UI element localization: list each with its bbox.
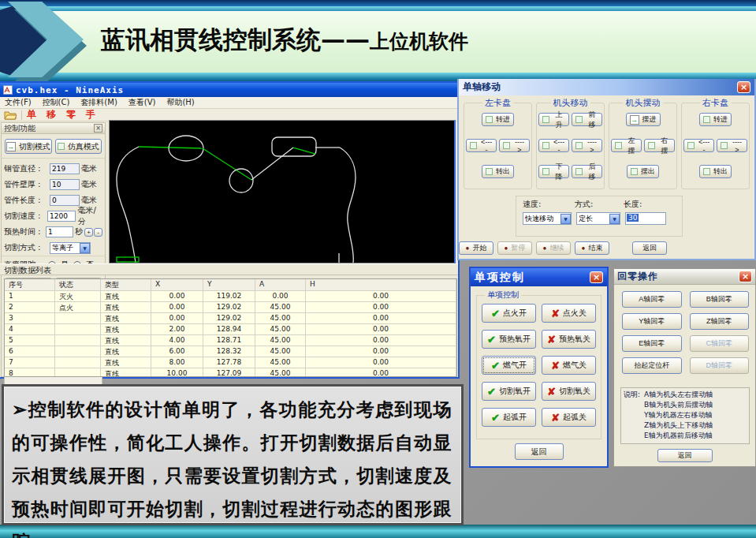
toolbar-mode-button[interactable]: 单: [27, 108, 36, 121]
axis-move-button[interactable]: → 上升: [538, 113, 569, 126]
switch-on-button[interactable]: ✔ 起弧开: [482, 408, 536, 427]
axis-move-button[interactable]: → ---->: [499, 139, 530, 152]
toolbar-mode-button[interactable]: 手: [86, 108, 95, 121]
axis-action-button[interactable]: ● 结束: [575, 241, 609, 255]
switch-on-button[interactable]: ✔ 燃气开: [482, 356, 536, 375]
single-control-titlebar[interactable]: 单项控制 ×: [471, 268, 607, 286]
field-input[interactable]: 219: [50, 163, 80, 174]
axis-move-button[interactable]: → 转出: [482, 165, 514, 178]
axis-action-button[interactable]: ● 暂停: [497, 241, 532, 255]
axis-action-button[interactable]: ● 继续: [536, 241, 571, 255]
table-row[interactable]: 8 直线 10.00 127.09 45.00 0.00: [5, 368, 456, 377]
switch-on-button[interactable]: ✔ 预热氧开: [482, 330, 536, 349]
cell-y: 127.09: [203, 368, 255, 377]
switch-off-button[interactable]: ✘ 起弧关: [542, 408, 596, 427]
switch-off-button[interactable]: ✘ 预热氧关: [542, 330, 596, 349]
open-file-icon[interactable]: [4, 110, 17, 120]
switch-off-button[interactable]: ✘ 切割氧关: [542, 382, 596, 401]
menu-item[interactable]: 查看(V): [128, 97, 156, 108]
cell-x: 0.00: [151, 302, 203, 313]
cell-y: 127.78: [203, 357, 255, 368]
axis-move-button[interactable]: → 下降: [538, 165, 569, 178]
length-input[interactable]: 30: [625, 212, 666, 225]
chevron-down-icon[interactable]: ▼: [80, 243, 90, 253]
field-input[interactable]: 10: [50, 179, 80, 190]
switch-off-button[interactable]: ✘ 点火关: [542, 304, 596, 323]
table-row[interactable]: 5 直线 4.00 128.71 45.00 0.00: [5, 335, 456, 346]
table-row[interactable]: 7 直线 8.00 127.78 45.00 0.00: [5, 357, 456, 368]
cell-a: 45.00: [255, 313, 306, 324]
axis-move-button[interactable]: → 摆进: [626, 113, 661, 126]
chevron-down-icon[interactable]: ▼: [609, 214, 620, 224]
field-input[interactable]: 1200: [47, 211, 76, 222]
axis-action-button[interactable]: ● 开始: [459, 241, 493, 255]
cell-a: 45.00: [255, 357, 306, 368]
cut-mode-button[interactable]: → 切割模式: [5, 139, 52, 154]
return-button[interactable]: 返回: [515, 443, 564, 460]
toolbar-mode-button[interactable]: 零: [66, 108, 76, 121]
zero-axis-button[interactable]: B轴回零: [690, 291, 750, 308]
table-row[interactable]: 3 直线 0.00 129.02 45.00 0.00: [5, 313, 456, 324]
axis-move-button[interactable]: → 转进: [699, 113, 732, 126]
axis-move-button[interactable]: → 转出: [699, 165, 732, 178]
return-button[interactable]: 返回: [632, 241, 667, 255]
zero-axis-button[interactable]: A轴回零: [622, 291, 682, 308]
panel-close-icon[interactable]: ×: [94, 124, 102, 133]
zero-axis-button[interactable]: 抬起定位杆: [622, 357, 682, 374]
zero-axis-button[interactable]: C轴回零: [690, 335, 750, 352]
button-row: → 转出: [466, 165, 530, 178]
main-window-titlebar[interactable]: cvb.hex - NineAxis: [0, 83, 458, 97]
menu-item[interactable]: 控制(C): [43, 97, 70, 108]
cross-icon: ✘: [551, 412, 560, 424]
check-icon: ✔: [491, 412, 500, 424]
close-icon[interactable]: ×: [739, 271, 752, 282]
zero-axis-button[interactable]: Z轴回零: [690, 313, 750, 330]
close-icon[interactable]: ×: [590, 271, 603, 283]
zero-axis-button[interactable]: E轴回零: [622, 335, 682, 352]
switch-on-button[interactable]: ✔ 切割氧开: [482, 382, 536, 401]
axis-move-button-label: 左摆: [625, 136, 638, 156]
switch-on-button[interactable]: ✔ 点火开: [482, 304, 536, 323]
close-icon[interactable]: ×: [737, 81, 750, 93]
axis-move-button[interactable]: → 左摆: [611, 139, 642, 152]
table-row[interactable]: 4 直线 2.00 128.94 45.00 0.00: [5, 324, 456, 335]
mode-select[interactable]: 定长 ▼: [576, 212, 620, 225]
cut-data-table[interactable]: 序号 状态 类型 X Y A H 1: [4, 278, 457, 377]
chevron-down-icon[interactable]: ▼: [560, 214, 571, 224]
table-header-cell: X: [151, 279, 203, 291]
speed-select[interactable]: 快速移动 ▼: [523, 212, 572, 225]
sim-mode-button[interactable]: 仿真模式: [55, 139, 102, 154]
menu-item[interactable]: 文件(F): [5, 97, 32, 108]
axis-dialog-titlebar[interactable]: 单轴移动 ×: [459, 79, 754, 95]
table-row[interactable]: 6 直线 6.00 128.32 45.00 0.00: [5, 346, 456, 357]
axis-move-button[interactable]: → <----: [466, 139, 497, 152]
table-row[interactable]: 1 灭火 直线 0.00 119.02 0.00 0.00: [5, 291, 456, 302]
axis-move-button[interactable]: → ---->: [572, 139, 602, 152]
table-row[interactable]: 2 点火 直线 0.00 129.02 45.00 0.00: [5, 302, 456, 313]
axis-move-button[interactable]: → 前移: [572, 113, 602, 126]
zero-dialog-titlebar[interactable]: 回零操作 ×: [614, 269, 755, 285]
cell-status: [55, 335, 101, 346]
axis-move-button[interactable]: → 右摆: [644, 139, 675, 152]
axis-move-button[interactable]: → 转进: [482, 113, 514, 126]
increment-button[interactable]: +: [84, 228, 93, 237]
axis-move-button[interactable]: → ---->: [717, 139, 747, 152]
decrement-button[interactable]: -: [94, 228, 102, 237]
cut-method-select[interactable]: 等离子 ▼: [50, 242, 91, 254]
field-input[interactable]: 0: [50, 195, 80, 206]
toolbar-mode-button[interactable]: 移: [47, 108, 56, 121]
check-icon: ✔: [491, 360, 500, 372]
axis-move-button[interactable]: → <----: [683, 139, 714, 152]
return-button[interactable]: 返回: [657, 449, 713, 462]
switch-off-button[interactable]: ✘ 燃气关: [542, 356, 596, 375]
zero-axis-button[interactable]: D轴回零: [690, 357, 750, 374]
axis-move-button[interactable]: → 后移: [572, 165, 602, 178]
axis-move-button[interactable]: → <----: [538, 139, 569, 152]
axis-move-button[interactable]: → 摆出: [627, 165, 659, 178]
menu-item[interactable]: 套排料(M): [80, 97, 117, 108]
notes-lines: A轴为机头左右摆动轴 B轴为机头前后摆动轴 Y轴为机器左右移动轴 Z轴为机头上下…: [644, 390, 713, 442]
menu-item[interactable]: 帮助(H): [166, 97, 194, 108]
zero-axis-button[interactable]: Y轴回零: [622, 313, 682, 330]
unfold-drawing-canvas[interactable]: [109, 120, 456, 263]
field-input[interactable]: 1: [46, 226, 73, 237]
